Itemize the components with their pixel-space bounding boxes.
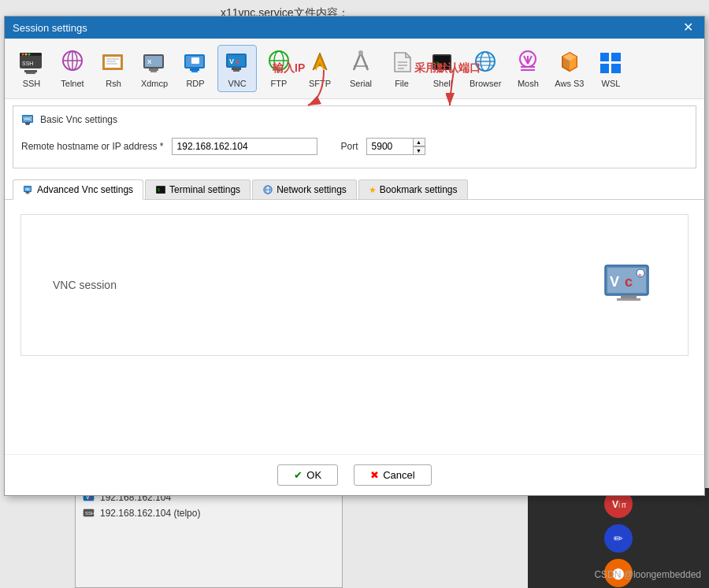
- protocol-vnc[interactable]: V c VNC: [217, 45, 257, 92]
- ssh-protocol-icon: SSH: [17, 49, 46, 77]
- advanced-vnc-tab-icon: VNC: [23, 185, 34, 194]
- browser-protocol-icon: [471, 49, 499, 77]
- svg-text:>_: >_: [436, 60, 444, 67]
- port-down-button[interactable]: ▼: [413, 146, 425, 155]
- serial-label: Serial: [350, 79, 372, 88]
- protocol-rdp[interactable]: RDP: [176, 46, 214, 91]
- svg-rect-70: [611, 64, 621, 73]
- dialog-close-button[interactable]: ✕: [680, 21, 696, 34]
- wsl-protocol-icon: [596, 49, 625, 77]
- file-protocol-icon: [388, 49, 416, 77]
- protocol-mosh[interactable]: Mosh: [509, 46, 547, 91]
- svg-text:i: i: [618, 501, 620, 509]
- csdn-watermark: CSDN @loongembedded: [594, 569, 701, 580]
- svg-rect-33: [190, 68, 199, 71]
- port-input[interactable]: [366, 138, 414, 155]
- protocol-sftp[interactable]: SFTP: [301, 46, 339, 91]
- protocol-shell[interactable]: >_ Shell: [424, 46, 462, 91]
- vnc-logo-image: V c n: [601, 261, 656, 309]
- svg-text:c: c: [625, 274, 633, 290]
- vnc-protocol-icon: V c: [223, 49, 251, 77]
- bookmark-tab-icon: ★: [369, 185, 377, 195]
- hostname-input[interactable]: [172, 138, 317, 155]
- svg-rect-34: [191, 71, 198, 72]
- ssh-label: SSH: [23, 79, 41, 88]
- cancel-icon: ✖: [370, 469, 379, 481]
- protocol-file[interactable]: File: [383, 46, 421, 91]
- basic-vnc-tab-icon: VNC: [21, 114, 35, 125]
- svg-rect-32: [191, 57, 199, 64]
- ok-button[interactable]: ✔ OK: [277, 464, 338, 486]
- protocol-telnet[interactable]: Telnet: [54, 46, 91, 91]
- svg-text:m: m: [622, 501, 626, 509]
- ssh-icon: SSH: [82, 508, 96, 519]
- svg-rect-68: [611, 53, 621, 62]
- terminal-tab-icon: $: [155, 185, 166, 194]
- port-up-button[interactable]: ▲: [413, 138, 425, 146]
- cancel-button[interactable]: ✖ Cancel: [354, 464, 431, 486]
- tab-network[interactable]: Network settings: [252, 179, 357, 199]
- svg-text:c: c: [236, 57, 239, 65]
- list-item-text: 192.168.162.104 (telpo): [100, 508, 200, 519]
- basic-vnc-section: VNC Basic Vnc settings Remote hostname o…: [13, 105, 696, 168]
- tab-bookmark-label: Bookmark settings: [380, 184, 458, 195]
- awss3-label: Aws S3: [555, 79, 584, 88]
- session-label: VNC session: [53, 279, 117, 291]
- svg-text:V: V: [610, 274, 619, 290]
- tab-advanced-vnc[interactable]: VNC Advanced Vnc settings: [13, 179, 143, 200]
- dialog-title-bar: Session settings ✕: [5, 17, 704, 39]
- rdp-label: RDP: [186, 79, 204, 88]
- protocol-ssh[interactable]: SSH SSH: [13, 46, 50, 91]
- svg-text:V: V: [229, 57, 234, 65]
- session-content-area: VNC session V c n: [5, 200, 704, 454]
- svg-text:$: $: [158, 187, 160, 192]
- xdmcp-label: Xdmcp: [141, 79, 168, 88]
- svg-text:VNC: VNC: [25, 188, 32, 191]
- telnet-protocol-icon: [58, 49, 87, 77]
- list-item[interactable]: SSH 192.168.162.104 (telpo): [79, 505, 339, 521]
- port-spinner: ▲ ▼: [413, 138, 425, 155]
- wsl-label: WSL: [602, 79, 621, 88]
- protocol-serial[interactable]: Serial: [342, 46, 380, 91]
- ok-icon: ✔: [294, 469, 303, 481]
- svg-rect-15: [26, 72, 35, 74]
- tab-advanced-vnc-label: Advanced Vnc settings: [37, 184, 133, 195]
- serial-protocol-icon: [347, 49, 375, 77]
- protocol-xdmcp[interactable]: X Xdmcp: [135, 46, 173, 91]
- svg-rect-28: [149, 68, 158, 71]
- tab-network-label: Network settings: [277, 184, 347, 195]
- tab-bookmark[interactable]: ★ Bookmark settings: [358, 179, 468, 199]
- svg-rect-97: [621, 295, 637, 298]
- telnet-label: Telnet: [61, 79, 84, 88]
- ftp-protocol-icon: [265, 49, 293, 77]
- ftp-label: FTP: [271, 79, 288, 88]
- session-area: VNC session V c n: [20, 214, 689, 356]
- rsh-protocol-icon: [99, 49, 128, 77]
- session-dialog: Session settings ✕ SSH SSH: [4, 16, 705, 496]
- basic-vnc-header: VNC Basic Vnc settings: [21, 114, 688, 125]
- hostname-row: Remote hostname or IP address * Port ▲ ▼: [21, 133, 688, 160]
- svg-point-12: [28, 54, 31, 56]
- protocol-rsh[interactable]: Rsh: [95, 46, 132, 91]
- svg-rect-39: [232, 68, 241, 70]
- protocol-awss3[interactable]: Aws S3: [550, 46, 588, 91]
- protocol-browser[interactable]: Browser: [465, 46, 506, 91]
- rdp-protocol-icon: [181, 49, 210, 77]
- ok-label: OK: [306, 469, 321, 481]
- protocol-ftp[interactable]: FTP: [260, 46, 298, 91]
- svg-rect-84: [27, 194, 29, 194]
- awss3-protocol-icon: [555, 49, 584, 77]
- svg-rect-98: [617, 298, 640, 301]
- protocol-wsl[interactable]: WSL: [592, 46, 629, 91]
- cancel-label: Cancel: [383, 469, 414, 481]
- svg-text:SSH: SSH: [85, 511, 95, 516]
- edit-icon[interactable]: ✏: [604, 524, 633, 553]
- svg-rect-29: [150, 71, 157, 72]
- button-row: ✔ OK ✖ Cancel: [5, 454, 704, 495]
- tab-terminal[interactable]: $ Terminal settings: [145, 179, 251, 199]
- port-label: Port: [341, 141, 358, 152]
- svg-rect-14: [24, 70, 37, 72]
- mosh-label: Mosh: [518, 79, 539, 88]
- svg-text:X: X: [147, 58, 152, 65]
- svg-text:n: n: [639, 272, 642, 277]
